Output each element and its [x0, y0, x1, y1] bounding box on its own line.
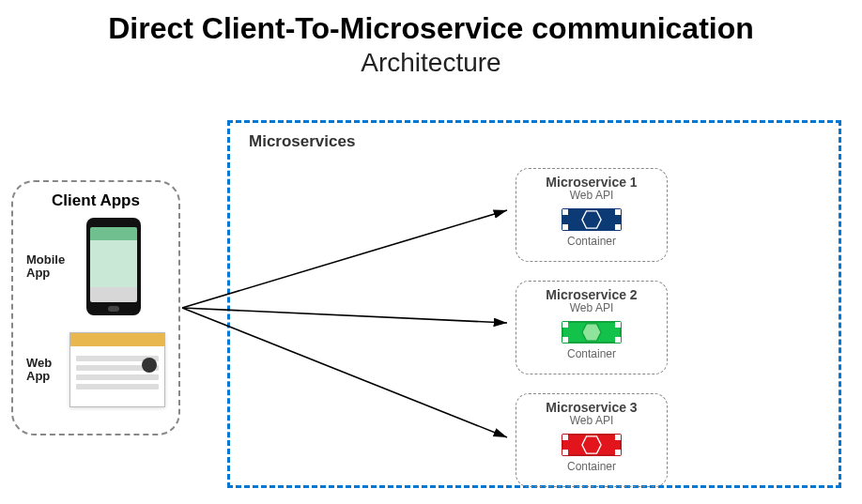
microservice-2-caption: Container [516, 347, 667, 360]
diagram-subtitle: Architecture [0, 48, 862, 78]
diagram-title: Direct Client-To-Microservice communicat… [0, 11, 862, 46]
svg-marker-0 [582, 211, 601, 228]
client-apps-group: Client Apps Mobile App Web App [11, 180, 180, 435]
svg-marker-2 [582, 436, 601, 453]
microservice-2-name: Microservice 2 [516, 287, 667, 302]
browser-window-icon [69, 332, 165, 407]
microservices-section-label: Microservices [249, 132, 355, 151]
client-apps-title: Client Apps [21, 191, 171, 210]
microservice-2-box: Microservice 2 Web API Container [516, 281, 668, 374]
mobile-app-row: Mobile App [26, 218, 165, 315]
microservice-1-api: Web API [516, 189, 667, 202]
container-icon [562, 206, 622, 234]
microservice-3-caption: Container [516, 460, 667, 473]
microservice-3-name: Microservice 3 [516, 400, 667, 415]
container-icon [562, 431, 622, 459]
microservices-boundary: Microservices Microservice 1 Web API Con… [227, 120, 841, 488]
svg-marker-1 [582, 324, 601, 341]
microservice-1-box: Microservice 1 Web API Container [516, 168, 668, 262]
container-icon [562, 318, 622, 346]
microservice-1-name: Microservice 1 [516, 175, 667, 190]
microservice-2-api: Web API [516, 301, 667, 314]
microservice-3-api: Web API [516, 414, 667, 427]
mobile-app-label: Mobile App [26, 253, 69, 281]
web-app-row: Web App [26, 332, 165, 407]
microservice-1-caption: Container [516, 235, 667, 248]
browser-content-icon [76, 352, 159, 401]
microservice-3-box: Microservice 3 Web API Container [516, 393, 668, 487]
mobile-phone-icon [86, 218, 141, 315]
web-app-label: Web App [26, 357, 66, 384]
title-block: Direct Client-To-Microservice communicat… [0, 0, 862, 78]
